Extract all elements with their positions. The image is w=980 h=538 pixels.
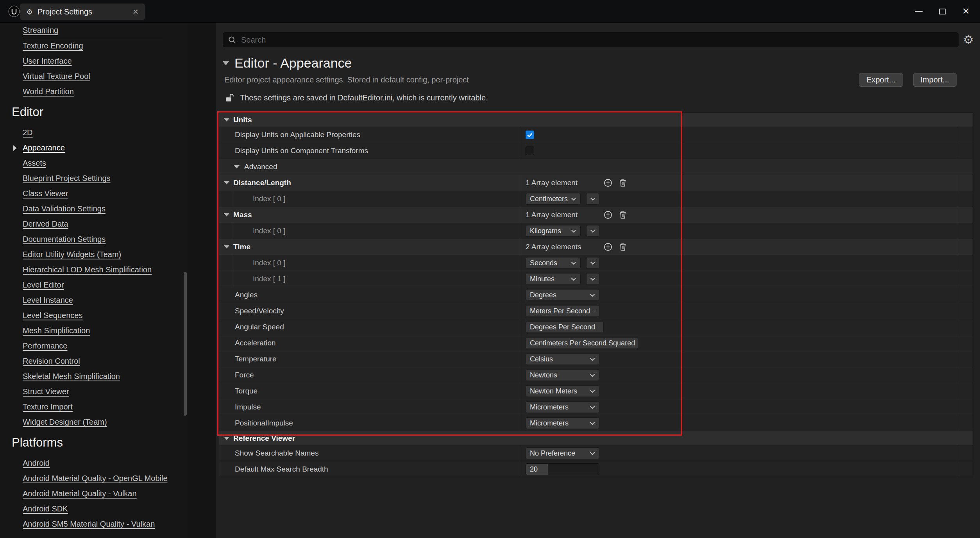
sidebar-item-android-material-quality-opengl-mobile[interactable]: Android Material Quality - OpenGL Mobile bbox=[0, 471, 188, 486]
sidebar-item-level-instance[interactable]: Level Instance bbox=[0, 293, 188, 308]
sidebar-scrollbar-thumb[interactable] bbox=[184, 272, 187, 416]
import-button[interactable]: Import... bbox=[913, 73, 957, 87]
sidebar-item-widget-designer-team[interactable]: Widget Designer (Team) bbox=[0, 415, 188, 430]
speed-velocity-dropdown[interactable]: Meters Per Second bbox=[526, 305, 599, 317]
sidebar-item-world-partition[interactable]: World Partition bbox=[0, 84, 188, 99]
setting-label: Impulse bbox=[235, 403, 261, 411]
reset-column bbox=[957, 303, 973, 319]
sidebar-item-performance[interactable]: Performance bbox=[0, 338, 188, 354]
empty-array-button[interactable] bbox=[618, 210, 628, 220]
positional-impulse-dropdown[interactable]: Micrometers bbox=[526, 417, 599, 429]
mass-0-dropdown[interactable]: Kilograms bbox=[526, 225, 581, 237]
default-max-search-breadth-input[interactable]: 20 bbox=[526, 463, 599, 475]
section-header-reference-viewer[interactable]: Reference Viewer bbox=[219, 431, 973, 445]
export-button[interactable]: Export... bbox=[859, 73, 903, 87]
setting-value-cell: Centimeters Per Second Squared bbox=[519, 335, 957, 351]
sidebar-item-assets[interactable]: Assets bbox=[0, 156, 188, 171]
sidebar-item-android-material-quality-vulkan[interactable]: Android Material Quality - Vulkan bbox=[0, 486, 188, 501]
setting-label-cell: Temperature bbox=[219, 351, 519, 367]
add-element-button[interactable] bbox=[603, 210, 613, 220]
sidebar-item-derived-data[interactable]: Derived Data bbox=[0, 216, 188, 232]
settings-sidebar: Streaming Texture Encoding User Interfac… bbox=[0, 23, 188, 538]
settings-table: Units Display Units on Applicable Proper… bbox=[219, 113, 973, 477]
setting-label-cell: Display Units on Applicable Properties bbox=[219, 127, 519, 143]
display-units-applicable-checkbox[interactable] bbox=[526, 130, 534, 139]
search-input[interactable] bbox=[240, 35, 953, 45]
sidebar-item-data-validation-settings[interactable]: Data Validation Settings bbox=[0, 201, 188, 216]
torque-dropdown[interactable]: Newton Meters bbox=[526, 385, 599, 397]
sidebar-item-documentation-settings[interactable]: Documentation Settings bbox=[0, 232, 188, 247]
acceleration-dropdown[interactable]: Centimeters Per Second Squared bbox=[526, 337, 638, 349]
reset-column bbox=[957, 239, 973, 255]
add-element-button[interactable] bbox=[603, 242, 613, 252]
array-row-time[interactable]: Time 2 Array elements bbox=[219, 239, 973, 255]
chevron-down-icon bbox=[590, 261, 596, 265]
sidebar-item-android[interactable]: Android bbox=[0, 456, 188, 471]
sidebar-item-class-viewer[interactable]: Class Viewer bbox=[0, 186, 188, 201]
element-options-button[interactable] bbox=[586, 193, 599, 205]
setting-label-cell: Display Units on Component Transforms bbox=[219, 143, 519, 159]
impulse-dropdown[interactable]: Micrometers bbox=[526, 401, 599, 413]
element-options-button[interactable] bbox=[586, 225, 599, 237]
setting-value-cell: Celsius bbox=[519, 351, 957, 367]
minimize-icon[interactable] bbox=[915, 11, 923, 12]
reset-column bbox=[957, 319, 973, 335]
sidebar-item-android-sdk[interactable]: Android SDK bbox=[0, 501, 188, 517]
distance-length-0-dropdown[interactable]: Centimeters bbox=[526, 193, 581, 205]
sidebar-item-appearance[interactable]: Appearance bbox=[0, 140, 188, 156]
sidebar-item-user-interface[interactable]: User Interface bbox=[0, 54, 188, 69]
display-units-transforms-checkbox[interactable] bbox=[526, 147, 534, 155]
time-0-dropdown[interactable]: Seconds bbox=[526, 257, 581, 269]
sidebar-item-blueprint-project-settings[interactable]: Blueprint Project Settings bbox=[0, 171, 188, 186]
array-row-mass[interactable]: Mass 1 Array element bbox=[219, 207, 973, 223]
array-count: 1 Array element bbox=[526, 179, 598, 187]
setting-label-cell: Impulse bbox=[219, 399, 519, 415]
element-options-button[interactable] bbox=[586, 273, 599, 285]
window-controls: ✕ bbox=[915, 0, 970, 23]
element-options-button[interactable] bbox=[586, 257, 599, 269]
setting-row-impulse: Impulse Micrometers bbox=[219, 399, 973, 415]
sidebar-item-texture-encoding[interactable]: Texture Encoding bbox=[0, 38, 188, 54]
sidebar-item-struct-viewer[interactable]: Struct Viewer bbox=[0, 384, 188, 399]
sidebar-item-skeletal-mesh-simplification[interactable]: Skeletal Mesh Simplification bbox=[0, 369, 188, 384]
show-searchable-names-dropdown[interactable]: No Preference bbox=[526, 447, 599, 459]
close-icon[interactable]: ✕ bbox=[962, 7, 970, 16]
settings-gear-icon[interactable]: ⚙ bbox=[963, 34, 974, 46]
empty-array-button[interactable] bbox=[618, 242, 628, 252]
add-element-button[interactable] bbox=[603, 178, 613, 188]
section-title: Units bbox=[233, 116, 252, 124]
setting-row-angles: Angles Degrees bbox=[219, 287, 973, 303]
angular-speed-dropdown[interactable]: Degrees Per Second bbox=[526, 321, 604, 333]
empty-array-button[interactable] bbox=[618, 178, 628, 188]
dropdown-value: Seconds bbox=[530, 259, 557, 267]
time-1-dropdown[interactable]: Minutes bbox=[526, 273, 581, 285]
chevron-down-icon bbox=[571, 261, 576, 265]
array-row-distance-length[interactable]: Distance/Length 1 Array element bbox=[219, 175, 973, 191]
tab-title: Project Settings bbox=[38, 7, 128, 16]
sidebar-item-revision-control[interactable]: Revision Control bbox=[0, 354, 188, 369]
sidebar-item-mesh-simplification[interactable]: Mesh Simplification bbox=[0, 323, 188, 338]
sidebar-item-level-sequences[interactable]: Level Sequences bbox=[0, 308, 188, 323]
section-header-units[interactable]: Units bbox=[219, 113, 973, 127]
tab-close-icon[interactable]: ✕ bbox=[132, 8, 139, 16]
sidebar-item-texture-import[interactable]: Texture Import bbox=[0, 399, 188, 415]
temperature-dropdown[interactable]: Celsius bbox=[526, 353, 599, 365]
sidebar-item-virtual-texture-pool[interactable]: Virtual Texture Pool bbox=[0, 69, 188, 84]
collapse-arrow-icon[interactable] bbox=[223, 61, 229, 65]
force-dropdown[interactable]: Newtons bbox=[526, 369, 599, 381]
sidebar-item-android-sm5-material-quality-vulkan[interactable]: Android SM5 Material Quality - Vulkan bbox=[0, 517, 188, 532]
sidebar-item-2d[interactable]: 2D bbox=[0, 125, 188, 140]
maximize-icon[interactable] bbox=[939, 9, 946, 14]
tab-project-settings[interactable]: ⚙ Project Settings ✕ bbox=[20, 4, 145, 20]
sidebar-item-hierarchical-lod-mesh-simplification[interactable]: Hierarchical LOD Mesh Simplification bbox=[0, 262, 188, 277]
plus-circle-icon bbox=[604, 179, 612, 187]
sidebar-item-streaming[interactable]: Streaming bbox=[0, 23, 188, 38]
angles-dropdown[interactable]: Degrees bbox=[526, 289, 599, 301]
chevron-down-icon bbox=[571, 197, 576, 201]
sidebar-item-editor-utility-widgets-team[interactable]: Editor Utility Widgets (Team) bbox=[0, 247, 188, 262]
trash-icon bbox=[619, 179, 627, 187]
sidebar-item-level-editor[interactable]: Level Editor bbox=[0, 277, 188, 293]
search-bar[interactable] bbox=[223, 32, 959, 47]
advanced-expander[interactable]: Advanced bbox=[219, 159, 973, 175]
reset-column bbox=[957, 271, 973, 287]
